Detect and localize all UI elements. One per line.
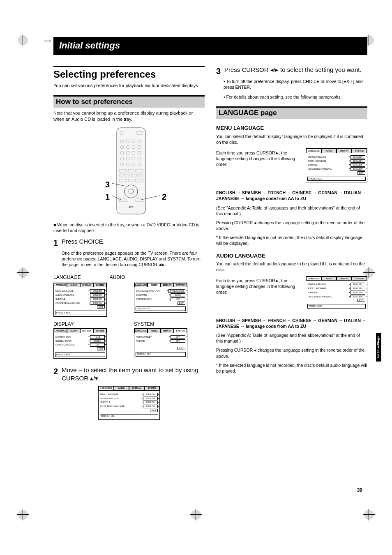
topic-menu-language: MENU LANGUAGE [216, 124, 367, 132]
menu-language-screen: LANGUAGEAUDIODISPLAYSYSTEM MENU LANGUAGE… [306, 148, 367, 182]
step-3-text: Press CURSOR ◂/▸ to select the setting y… [224, 66, 362, 77]
model-reference: XV-S... [44, 39, 53, 43]
registration-mark [363, 509, 375, 520]
left-column: Selecting preferences You can set variou… [53, 66, 205, 420]
section-heading: Selecting preferences [53, 66, 205, 81]
side-tab: Initial settings [376, 333, 381, 362]
caption-system: SYSTEM [134, 321, 205, 327]
audio-reverse-note: Pressing CURSOR ◂ changes the language s… [216, 347, 367, 359]
callout-1: 1 [105, 191, 110, 203]
caption-display: DISPLAY [53, 321, 124, 327]
topic-audio-language: AUDIO LANGUAGE [216, 252, 367, 260]
registration-mark [190, 509, 202, 520]
audio-language-footnote: * If the selected language is not record… [216, 362, 367, 374]
header-title: Initial settings [59, 40, 120, 51]
callout-2: 2 [162, 191, 166, 203]
header-bar: Initial settings [53, 37, 367, 55]
remote-control-illustration: JVC [84, 126, 174, 220]
preview-system-screen: LANGUAGEAUDIODISPLAYSYSTEM AUTO STANDBYO… [134, 328, 187, 358]
cursor-hand-icon: ⤺ [78, 368, 82, 373]
audio-language-body: You can select the default audio languag… [216, 261, 367, 272]
audio-language-screen: LANGUAGEAUDIODISPLAYSYSTEM MENU LANGUAGE… [306, 276, 367, 310]
step-1-text: Press CHOICE. [62, 237, 105, 249]
preview-display-screen: LANGUAGEAUDIODISPLAYSYSTEM MONITOR TYPE4… [53, 328, 107, 359]
registration-mark [17, 35, 29, 46]
menu-language-body: You can select the default "display" lan… [216, 134, 367, 145]
registration-mark [363, 267, 375, 279]
right-column: 3 Press CURSOR ◂/▸ to select the setting… [216, 66, 367, 420]
page: XV-S... Initial settings Selecting prefe… [0, 0, 392, 555]
language-sequence-note: (See "Appendix A: Table of languages and… [216, 205, 367, 216]
svg-text:JVC: JVC [129, 206, 134, 208]
svg-rect-0 [117, 128, 145, 214]
square-bullet-icon: ■ [53, 222, 57, 227]
step-1-body: One of the preference pages appears on t… [62, 250, 205, 268]
registration-mark [363, 35, 375, 46]
page-number: 39 [357, 487, 362, 493]
menu-language-order: Each time you press CURSOR ▸, the langua… [216, 150, 300, 168]
audio-language-order: Each time you press CURSOR ▸, the langua… [216, 278, 300, 295]
registration-mark [17, 509, 29, 520]
step-3-bullets: To turn off the preference display, pres… [224, 78, 367, 100]
menu-language-footnote: * If the selected language is not record… [216, 235, 367, 246]
language-sequence: ENGLISH → SPANISH → FRENCH → CHINESE → G… [216, 190, 367, 201]
language-reverse-note: Pressing CURSOR ◂ changes the language s… [216, 220, 367, 231]
subheading-body: Note that you cannot bring up a preferen… [53, 110, 205, 122]
registration-mark [17, 267, 29, 279]
preview-language-screen: LANGUAGEAUDIODISPLAYSYSTEM MENU LANGUAGE… [53, 283, 107, 317]
step-2-text: Move ⤺ to select the item you want to se… [62, 366, 205, 383]
step-3-number: 3 [216, 66, 224, 77]
caption-audio: AUDIO [110, 274, 125, 281]
callout-3: 3 [105, 179, 110, 190]
subheading-how-to: How to set preferences [53, 95, 205, 108]
audio-sequence-note: (See "Appendix A: Table of languages and… [216, 332, 367, 344]
step-2-number: 2 [53, 366, 62, 383]
no-disc-note: ■ When no disc is inserted in the tray, … [53, 222, 205, 233]
caption-language: LANGUAGE [53, 274, 81, 281]
audio-sequence: ENGLISH → SPANISH → FRENCH → CHINESE → G… [216, 318, 367, 329]
intro-text: You can set various preferences for play… [53, 83, 205, 89]
subheading-language-page: LANGUAGE page [216, 106, 367, 119]
preview-audio-screen: LANGUAGEAUDIODISPLAYSYSTEM DIGITAL AUDIO… [134, 283, 187, 313]
step2-language-screen: LANGUAGEAUDIODISPLAYSYSTEM MENU LANGUAGE… [98, 386, 160, 420]
step-1-number: 1 [53, 237, 62, 249]
